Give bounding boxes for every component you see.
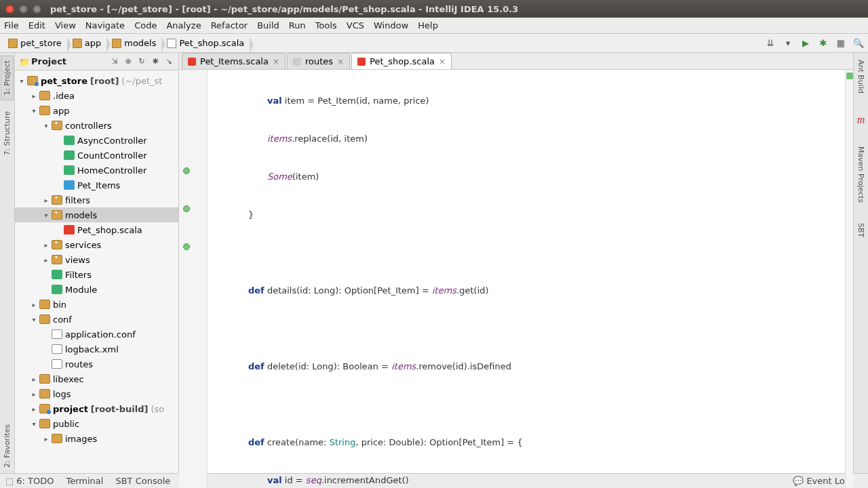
navigation-bar: pet_store app models Pet_shop.scala ⇊ ▾ … <box>0 34 868 53</box>
tool-structure[interactable]: 7: Structure <box>3 111 12 155</box>
left-tool-stripe: 1: Project 7: Structure 2: Favorites <box>0 53 15 473</box>
window-maximize-button[interactable] <box>33 5 41 14</box>
tree-conf[interactable]: ▾conf <box>15 312 178 327</box>
crumb-models[interactable]: models <box>108 37 161 49</box>
maven-icon[interactable]: m <box>857 114 865 126</box>
tree-project[interactable]: ▸project[root-build](so <box>15 401 178 416</box>
tree-logback[interactable]: logback.xml <box>15 342 178 357</box>
tree-asynccontroller[interactable]: AsyncController <box>15 133 178 148</box>
close-icon[interactable]: × <box>439 57 446 66</box>
folder-icon <box>39 419 50 428</box>
menu-build[interactable]: Build <box>257 20 279 30</box>
class-icon <box>64 150 75 160</box>
menu-navigate[interactable]: Navigate <box>85 20 125 30</box>
window-close-button[interactable] <box>5 5 14 14</box>
menu-help[interactable]: Help <box>418 20 438 30</box>
module-icon <box>39 404 50 413</box>
close-icon[interactable]: × <box>337 57 344 66</box>
scala-file-icon <box>188 58 196 66</box>
gutter-method-icon[interactable] <box>183 243 190 250</box>
tree-images[interactable]: ▸images <box>15 431 178 446</box>
package-icon <box>52 240 62 249</box>
make-project-icon[interactable]: ⇊ <box>765 38 776 49</box>
debug-icon[interactable]: ✱ <box>818 38 829 49</box>
module-icon <box>27 76 38 85</box>
tool-favorites[interactable]: 2: Favorites <box>3 424 12 468</box>
tree-bin[interactable]: ▸bin <box>15 297 178 312</box>
close-icon[interactable]: × <box>273 57 279 66</box>
project-tree[interactable]: ▾pet_store[root](~/pet_st ▸.idea ▾app ▾c… <box>15 70 178 473</box>
error-stripe[interactable] <box>845 70 853 488</box>
project-pane-header: 📁 Project ⇲ ⊕ ↻ ✱ ↘ <box>15 53 178 70</box>
project-view-icon: 📁 <box>19 57 28 66</box>
editor-gutter[interactable] <box>179 70 208 488</box>
tree-controllers[interactable]: ▾controllers <box>15 118 178 133</box>
folder-icon <box>8 39 18 48</box>
tree-module[interactable]: Module <box>15 282 178 297</box>
window-titlebar: pet_store - [~/pet_store] - [root] - ~/p… <box>0 0 868 18</box>
tree-app[interactable]: ▾app <box>15 103 178 118</box>
tree-models[interactable]: ▾models <box>15 207 178 222</box>
scala-file-icon <box>64 225 75 235</box>
menu-refactor[interactable]: Refactor <box>211 20 248 30</box>
file-icon <box>52 329 62 339</box>
gutter-method-icon[interactable] <box>183 205 190 212</box>
project-structure-icon[interactable]: ▦ <box>835 38 846 49</box>
tree-petitems[interactable]: Pet_Items <box>15 178 178 192</box>
crumb-app[interactable]: app <box>68 37 106 49</box>
folder-icon <box>39 91 50 100</box>
tool-terminal[interactable]: Terminal <box>66 476 104 486</box>
tree-logs[interactable]: ▸logs <box>15 386 178 401</box>
menu-run[interactable]: Run <box>289 20 306 30</box>
crumb-file[interactable]: Pet_shop.scala <box>163 37 250 49</box>
tree-countcontroller[interactable]: CountController <box>15 148 178 163</box>
tool-ant-build[interactable]: Ant Build <box>856 60 865 94</box>
menu-vcs[interactable]: VCS <box>347 20 364 30</box>
tree-libexec[interactable]: ▸libexec <box>15 371 178 386</box>
window-minimize-button[interactable] <box>19 5 28 14</box>
crumb-project[interactable]: pet_store <box>4 37 67 49</box>
folder-icon <box>39 300 50 309</box>
package-icon <box>52 195 62 205</box>
tree-petshop[interactable]: Pet_shop.scala <box>15 222 178 237</box>
tab-pet-shop[interactable]: Pet_shop.scala× <box>351 53 452 69</box>
tree-root[interactable]: ▾pet_store[root](~/pet_st <box>15 73 178 88</box>
menu-edit[interactable]: Edit <box>28 20 45 30</box>
gutter-method-icon[interactable] <box>183 167 190 174</box>
menu-view[interactable]: View <box>55 20 76 30</box>
hide-icon[interactable]: ↘ <box>163 56 174 67</box>
search-everywhere-icon[interactable]: 🔍 <box>853 38 864 49</box>
menu-file[interactable]: File <box>4 20 19 30</box>
menubar: File Edit View Navigate Code Analyze Ref… <box>0 18 868 34</box>
tree-routes[interactable]: routes <box>15 357 178 371</box>
tool-sbt[interactable]: SBT <box>856 223 865 237</box>
tree-idea[interactable]: ▸.idea <box>15 88 178 103</box>
folder-icon <box>112 39 121 48</box>
run-config-dropdown[interactable]: ▾ <box>783 38 793 49</box>
tree-filters-class[interactable]: Filters <box>15 267 178 282</box>
tree-services[interactable]: ▸services <box>15 237 178 252</box>
tree-homecontroller[interactable]: HomeController <box>15 163 178 178</box>
menu-window[interactable]: Window <box>374 20 408 30</box>
tab-routes[interactable]: routes× <box>287 53 350 69</box>
menu-tools[interactable]: Tools <box>315 20 337 30</box>
menu-code[interactable]: Code <box>134 20 157 30</box>
expand-icon[interactable]: ↻ <box>136 56 147 67</box>
run-icon[interactable]: ▶ <box>800 38 811 49</box>
menu-analyze[interactable]: Analyze <box>166 20 201 30</box>
tree-views[interactable]: ▸views <box>15 252 178 267</box>
tree-filters[interactable]: ▸filters <box>15 192 178 207</box>
tool-todo[interactable]: ⬚ 6: TODO <box>5 476 54 486</box>
tool-project[interactable]: 1: Project <box>1 56 14 100</box>
tree-appconf[interactable]: application.conf <box>15 327 178 342</box>
editor-area: Pet_Items.scala× routes× Pet_shop.scala×… <box>179 53 853 473</box>
folder-icon <box>39 389 50 399</box>
settings-icon[interactable]: ✱ <box>150 56 161 67</box>
tool-sbt-console[interactable]: SBT Console <box>115 476 170 486</box>
tool-maven[interactable]: Maven Projects <box>856 146 865 203</box>
collapse-all-icon[interactable]: ⇲ <box>109 56 120 67</box>
tree-public[interactable]: ▾public <box>15 416 178 431</box>
tab-pet-items[interactable]: Pet_Items.scala× <box>182 53 285 69</box>
scroll-from-source-icon[interactable]: ⊕ <box>123 56 134 67</box>
code-editor[interactable]: val item = Pet_Item(id, name, price) ite… <box>208 70 845 488</box>
